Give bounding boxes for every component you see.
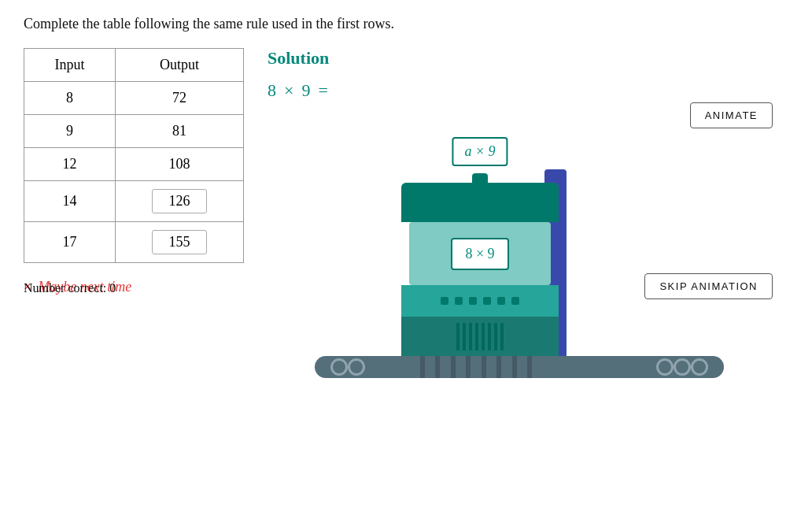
stripe xyxy=(420,356,425,378)
eq-times: × xyxy=(284,80,293,101)
stripe xyxy=(496,356,501,378)
stripe xyxy=(466,356,471,378)
conveyor-circle xyxy=(691,358,708,376)
table-row: 8 72 xyxy=(24,82,244,115)
answer-input-1[interactable]: 126 xyxy=(152,189,207,213)
formula-screen-box: 8 × 9 xyxy=(451,238,508,270)
formula-top-text: a xyxy=(464,143,471,159)
conveyor-circle xyxy=(656,358,674,376)
machine-knob xyxy=(472,173,488,184)
table-row: 12 108 xyxy=(24,148,244,181)
machine-top xyxy=(401,183,559,222)
number-correct: Number correct: 0 xyxy=(24,281,116,295)
machine-dot xyxy=(511,297,519,305)
vent-line xyxy=(463,323,466,350)
table-row: 14 126 xyxy=(24,181,244,222)
stripe xyxy=(435,356,440,378)
vent-line xyxy=(494,323,497,350)
conveyor-circle xyxy=(330,358,348,376)
vent-line xyxy=(488,323,491,350)
input-cell: 9 xyxy=(24,115,116,148)
machine-vent xyxy=(401,317,559,356)
answer-input-2[interactable]: 155 xyxy=(152,230,207,254)
input-cell: 8 xyxy=(24,82,116,115)
output-cell: 108 xyxy=(116,148,244,181)
input-cell: 17 xyxy=(24,222,116,263)
machine-dot xyxy=(469,297,477,305)
table-row: 9 81 xyxy=(24,115,244,148)
vent-line xyxy=(475,323,478,350)
instruction-text: Complete the table following the same ru… xyxy=(24,16,788,32)
solution-header: Solution xyxy=(268,48,788,69)
input-cell: 12 xyxy=(24,148,116,181)
stripe xyxy=(512,356,517,378)
vent-line xyxy=(500,323,504,350)
vent-line xyxy=(456,323,460,350)
conveyor-circle xyxy=(348,358,365,376)
machine-illustration: a × 9 8 × 9 xyxy=(315,79,724,425)
machine-dot xyxy=(497,297,505,305)
io-table: Input Output 8 72 9 81 xyxy=(24,48,244,263)
machine-dot xyxy=(441,297,448,305)
col-input-header: Input xyxy=(24,49,116,82)
machine-screen: 8 × 9 xyxy=(409,222,551,285)
eq-part-1: 8 xyxy=(268,80,276,101)
stripe xyxy=(451,356,456,378)
vent-line xyxy=(482,323,485,350)
output-cell: 72 xyxy=(116,82,244,115)
output-cell-editable[interactable]: 155 xyxy=(116,222,244,263)
output-cell-editable[interactable]: 126 xyxy=(116,181,244,222)
machine-dots-row xyxy=(401,285,559,317)
eq-part-2: 9 xyxy=(301,80,310,101)
input-cell: 14 xyxy=(24,181,116,222)
col-output-header: Output xyxy=(116,49,244,82)
stripe xyxy=(482,356,486,378)
main-container: Complete the table following the same ru… xyxy=(0,0,812,311)
machine-dot xyxy=(455,297,463,305)
machine-body-wrapper: a × 9 8 × 9 xyxy=(401,176,559,356)
conveyor-circle xyxy=(674,358,691,376)
formula-top-box: a × 9 xyxy=(452,137,507,166)
output-cell: 81 xyxy=(116,115,244,148)
table-row: 17 155 xyxy=(24,222,244,263)
machine-dot xyxy=(483,297,491,305)
vent-line xyxy=(469,323,472,350)
conveyor-stripes xyxy=(409,356,543,378)
stripe xyxy=(527,356,532,378)
left-panel: Input Output 8 72 9 81 xyxy=(24,48,244,295)
